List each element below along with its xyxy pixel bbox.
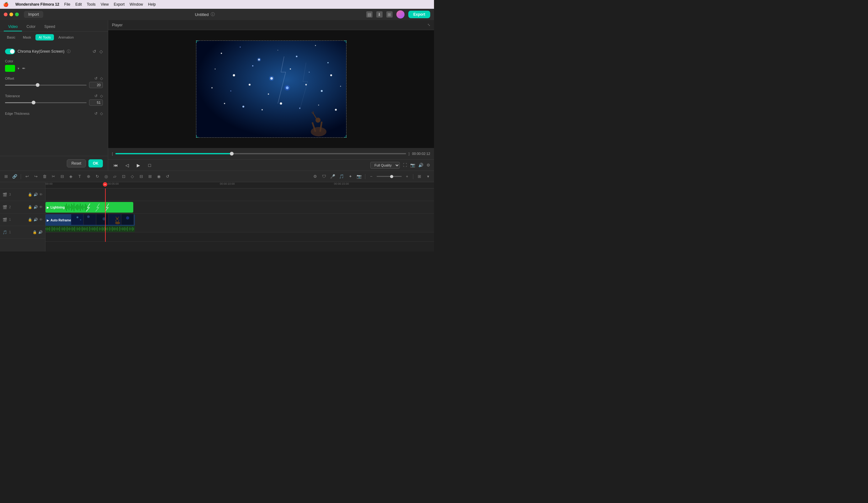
paint-tool[interactable]: ◎ [103,173,110,180]
stop-button[interactable]: □ [146,162,153,169]
skip-back-button[interactable]: ⏮ [112,162,120,169]
shield-icon[interactable]: 🛡 [320,173,327,180]
offset-value-input[interactable] [89,82,103,88]
eye-icon-v2[interactable]: 👁 [39,205,43,209]
remove-bg-tool[interactable]: ◇ [129,173,136,180]
tolerance-reset-icon[interactable]: ↺ [94,94,97,98]
export-button[interactable]: Export [408,11,430,18]
import-button[interactable]: Import [24,11,43,18]
color-dropdown-icon[interactable]: ▾ [18,66,19,71]
play-button[interactable]: ▶ [135,162,142,169]
audio-icon-v3[interactable]: 🔊 [33,193,38,197]
expand-icon[interactable]: ▾ [425,173,432,180]
ai-tool[interactable]: ◉ [155,173,162,180]
color-swatch[interactable] [5,65,15,72]
chroma-key-toggle[interactable] [5,49,15,54]
menu-help[interactable]: Help [148,2,156,7]
fullscreen-button[interactable] [15,12,19,16]
track-v1-row[interactable]: ▶ Auto Reframe [45,214,434,232]
redo-tool[interactable]: ↪ [32,173,39,180]
layout-icon[interactable]: ▤ [366,11,373,18]
edge-reset-icon[interactable]: ↺ [94,111,97,116]
zoom-out-icon[interactable]: − [368,173,375,180]
snapshot-icon[interactable]: 📷 [410,163,415,167]
eyedropper-icon[interactable]: ✒ [22,66,26,71]
audio-icon-v2[interactable]: 🔊 [33,205,38,209]
menu-view[interactable]: View [101,2,109,7]
rotate-tool[interactable]: ↻ [94,173,101,180]
keyframe-icon[interactable]: ◇ [100,49,103,54]
quality-select[interactable]: Full Quality 1/2 Quality 1/4 Quality [370,162,400,169]
in-point-bracket[interactable]: [ [112,152,113,155]
close-button[interactable] [4,12,8,16]
grid-icon[interactable]: ⊞ [386,11,393,18]
audio-icon[interactable]: 🔊 [418,163,423,167]
adjust-tool[interactable]: ⊟ [138,173,145,180]
step-back-button[interactable]: ◁ [123,162,131,169]
zoom-thumb[interactable] [390,175,393,178]
menu-tools[interactable]: Tools [87,2,96,7]
adjust-right-icon[interactable]: ⚙ [312,173,319,180]
eye-icon-v1[interactable]: 👁 [39,218,43,222]
settings-icon[interactable]: ⚙ [426,163,430,167]
zoom-slider[interactable] [376,176,402,177]
apple-menu[interactable]: 🍎 [3,2,9,7]
sub-tab-basic[interactable]: Basic [4,34,19,40]
tolerance-slider[interactable] [5,102,86,103]
transform-tool[interactable]: ⊕ [85,173,92,180]
text-tool[interactable]: T [76,173,83,180]
ok-button[interactable]: OK [89,159,103,167]
player-expand-icon[interactable]: ⤡ [427,23,430,27]
camera-icon[interactable]: 📷 [355,173,362,180]
menu-export[interactable]: Export [114,2,125,7]
menu-window[interactable]: Window [130,2,143,7]
tab-speed[interactable]: Speed [40,23,60,31]
vol-icon-a1[interactable]: 🔊 [38,230,43,234]
download-icon[interactable]: ⬇ [376,11,383,18]
ai-clip-icon[interactable]: ✦ [347,173,354,180]
crop-tool[interactable]: ⊡ [120,173,127,180]
progress-bar[interactable] [115,153,406,154]
lock-icon-v3[interactable]: 🔒 [28,193,32,197]
offset-reset-icon[interactable]: ↺ [94,76,97,81]
zoom-in-icon[interactable]: + [404,173,411,180]
speech-tool[interactable]: ↺ [164,173,171,180]
link-tool[interactable]: 🔗 [11,173,18,180]
offset-slider[interactable] [5,85,86,85]
add-track-tool[interactable]: ⊞ [2,173,9,180]
eye-icon-v3[interactable]: 👁 [39,193,43,197]
tolerance-keyframe-icon[interactable]: ◇ [100,94,103,98]
reset-button[interactable]: Reset [67,159,86,167]
lock-icon-v2[interactable]: 🔒 [28,205,32,209]
mask-tool[interactable]: ▱ [111,173,118,180]
mute-tool[interactable]: ◈ [68,173,74,180]
lock-icon-a1[interactable]: 🔒 [33,230,37,234]
cut-tool[interactable]: ✂ [50,173,57,180]
lightning-clip[interactable]: ▶ Lightning [45,202,133,213]
playhead-circle[interactable]: ✂ [103,182,107,187]
tolerance-value-input[interactable] [89,100,103,106]
tab-color[interactable]: Color [22,23,40,31]
track-v2-row[interactable]: ▶ Lightning [45,201,434,214]
progress-thumb[interactable] [230,152,234,155]
reset-icon[interactable]: ↺ [93,49,96,54]
lock-icon-v1[interactable]: 🔒 [28,218,32,222]
sub-tab-ai-tools[interactable]: AI Tools [35,34,54,40]
menu-edit[interactable]: Edit [75,2,82,7]
menu-file[interactable]: File [64,2,70,7]
tab-video[interactable]: Video [4,23,22,31]
user-avatar[interactable] [396,10,404,19]
fullscreen-icon[interactable]: ⛶ [403,163,407,167]
undo-tool[interactable]: ↩ [23,173,30,180]
sub-tab-animation[interactable]: Animation [55,34,77,40]
minimize-button[interactable] [9,12,13,16]
playhead-marker[interactable]: ✂ [103,182,107,187]
music-icon[interactable]: 🎵 [338,173,345,180]
out-point-bracket[interactable]: ] [409,152,410,155]
layout-grid-icon[interactable]: ⊞ [416,173,423,180]
autoreframe-clip[interactable]: ▶ Auto Reframe [45,214,135,226]
track-a1-row[interactable] [45,232,434,242]
audio-icon-v1[interactable]: 🔊 [33,218,38,222]
group-tool[interactable]: ⊞ [146,173,153,180]
title-info-icon[interactable]: ⓘ [211,12,215,17]
